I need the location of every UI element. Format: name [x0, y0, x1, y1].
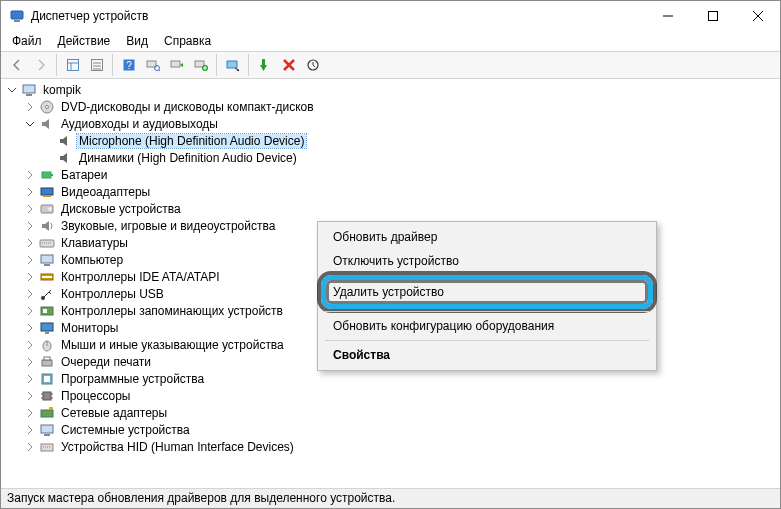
toolbar-separator — [248, 54, 249, 76]
usb-icon — [39, 286, 55, 302]
app-icon — [9, 8, 25, 24]
network-icon — [39, 405, 55, 421]
minimize-button[interactable] — [645, 1, 690, 31]
chevron-right-icon[interactable] — [23, 406, 37, 420]
svg-rect-26 — [26, 94, 32, 96]
update-driver-button[interactable] — [165, 54, 188, 77]
properties-button[interactable] — [85, 54, 108, 77]
svg-rect-38 — [44, 264, 50, 266]
svg-rect-52 — [43, 392, 51, 400]
tree-label: Microphone (High Definition Audio Device… — [77, 134, 306, 148]
disable-button[interactable] — [221, 54, 244, 77]
tree-item-speakers[interactable]: Динамики (High Definition Audio Device) — [1, 149, 780, 166]
svg-point-28 — [46, 105, 49, 108]
context-rescan-hardware[interactable]: Обновить конфигурацию оборудования — [321, 314, 653, 338]
tree-label: Мониторы — [59, 321, 120, 335]
svg-rect-15 — [147, 61, 156, 67]
chevron-right-icon[interactable] — [23, 423, 37, 437]
show-hidden-button[interactable] — [61, 54, 84, 77]
chevron-down-icon[interactable] — [23, 117, 37, 131]
tree-item-battery[interactable]: Батареи — [1, 166, 780, 183]
uninstall-button[interactable] — [189, 54, 212, 77]
display-adapter-icon — [39, 184, 55, 200]
tree-item-disk[interactable]: Дисковые устройства — [1, 200, 780, 217]
help-button[interactable]: ? — [117, 54, 140, 77]
tree-label: Системные устройства — [59, 423, 192, 437]
tree-item-software[interactable]: Программные устройства — [1, 370, 780, 387]
menu-action[interactable]: Действие — [51, 32, 118, 50]
chevron-right-icon[interactable] — [23, 304, 37, 318]
battery-icon — [39, 167, 55, 183]
context-uninstall-device[interactable]: Удалить устройство — [326, 280, 648, 304]
svg-text:?: ? — [126, 60, 132, 71]
svg-rect-19 — [195, 61, 204, 67]
chevron-right-icon[interactable] — [23, 219, 37, 233]
menu-file[interactable]: Файл — [5, 32, 49, 50]
chevron-right-icon[interactable] — [23, 321, 37, 335]
cpu-icon — [39, 388, 55, 404]
context-menu: Обновить драйвер Отключить устройство Уд… — [317, 221, 657, 371]
tree-item-hid[interactable]: Устройства HID (Human Interface Devices) — [1, 438, 780, 455]
window-title: Диспетчер устройств — [31, 9, 645, 23]
chevron-right-icon[interactable] — [23, 372, 37, 386]
statusbar: Запуск мастера обновления драйверов для … — [1, 488, 780, 508]
mouse-icon — [39, 337, 55, 353]
refresh-button[interactable] — [301, 54, 324, 77]
svg-rect-0 — [11, 11, 23, 19]
close-button[interactable] — [735, 1, 780, 31]
context-disable-device[interactable]: Отключить устройство — [321, 249, 653, 273]
tree-item-dvd[interactable]: DVD-дисководы и дисководы компакт-дисков — [1, 98, 780, 115]
chevron-right-icon[interactable] — [23, 270, 37, 284]
chevron-right-icon[interactable] — [23, 338, 37, 352]
system-device-icon — [39, 422, 55, 438]
svg-rect-37 — [41, 255, 53, 263]
chevron-right-icon[interactable] — [23, 440, 37, 454]
titlebar: Диспетчер устройств — [1, 1, 780, 31]
status-text: Запуск мастера обновления драйверов для … — [7, 491, 395, 505]
chevron-down-icon[interactable] — [5, 83, 19, 97]
forward-button[interactable] — [29, 54, 52, 77]
toolbar-separator — [216, 54, 217, 76]
tree-label: Устройства HID (Human Interface Devices) — [59, 440, 296, 454]
chevron-right-icon[interactable] — [23, 253, 37, 267]
chevron-right-icon[interactable] — [23, 168, 37, 182]
back-button[interactable] — [5, 54, 28, 77]
enable-button[interactable] — [253, 54, 276, 77]
svg-rect-48 — [42, 360, 52, 366]
tree-item-network[interactable]: Сетевые адаптеры — [1, 404, 780, 421]
device-tree[interactable]: kompik DVD-дисководы и дисководы компакт… — [1, 79, 780, 488]
tree-label: Мыши и иные указывающие устройства — [59, 338, 286, 352]
context-update-driver[interactable]: Обновить драйвер — [321, 225, 653, 249]
tree-item-microphone[interactable]: Microphone (High Definition Audio Device… — [1, 132, 780, 149]
tree-label: Сетевые адаптеры — [59, 406, 169, 420]
chevron-right-icon[interactable] — [23, 389, 37, 403]
tree-root[interactable]: kompik — [1, 81, 780, 98]
tree-item-audio[interactable]: Аудиовходы и аудиовыходы — [1, 115, 780, 132]
tree-label: Контроллеры IDE ATA/ATAPI — [59, 270, 222, 284]
tree-item-system[interactable]: Системные устройства — [1, 421, 780, 438]
tree-label: Видеоадаптеры — [59, 185, 152, 199]
svg-rect-49 — [44, 357, 50, 360]
sound-icon — [39, 218, 55, 234]
scan-button[interactable] — [141, 54, 164, 77]
context-separator — [325, 340, 649, 341]
keyboard-icon — [39, 235, 55, 251]
maximize-button[interactable] — [690, 1, 735, 31]
toolbar-separator — [56, 54, 57, 76]
tree-item-video[interactable]: Видеоадаптеры — [1, 183, 780, 200]
tree-label: Дисковые устройства — [59, 202, 183, 216]
chevron-right-icon[interactable] — [23, 100, 37, 114]
svg-rect-18 — [171, 61, 180, 67]
chevron-right-icon[interactable] — [23, 236, 37, 250]
chevron-right-icon[interactable] — [23, 202, 37, 216]
tree-item-processors[interactable]: Процессоры — [1, 387, 780, 404]
svg-rect-30 — [51, 174, 53, 176]
menu-view[interactable]: Вид — [119, 32, 155, 50]
chevron-right-icon[interactable] — [23, 287, 37, 301]
chevron-right-icon[interactable] — [23, 185, 37, 199]
remove-button[interactable] — [277, 54, 300, 77]
svg-rect-21 — [227, 61, 237, 68]
context-properties[interactable]: Свойства — [321, 343, 653, 367]
menu-help[interactable]: Справка — [157, 32, 218, 50]
chevron-right-icon[interactable] — [23, 355, 37, 369]
